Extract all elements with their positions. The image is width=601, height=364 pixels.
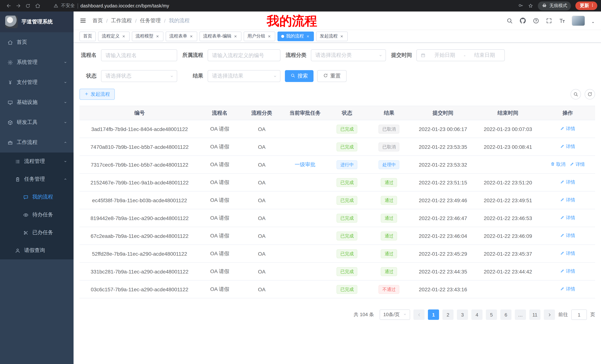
avatar-caret-icon[interactable] xyxy=(591,20,595,25)
sidebar-item-leave-query[interactable]: 请假查询 xyxy=(0,241,74,259)
detail-link[interactable]: 详情 xyxy=(560,250,575,257)
result-tag: 通过 xyxy=(381,213,397,222)
key-icon[interactable] xyxy=(518,3,523,9)
sidebar-item-devtools[interactable]: 研发工具 xyxy=(0,112,74,133)
header-search-icon[interactable] xyxy=(506,17,513,24)
prev-page-button[interactable] xyxy=(413,309,425,320)
tab-0[interactable]: 首页 xyxy=(80,31,96,41)
tab-close-icon[interactable] xyxy=(121,34,126,38)
sidebar-item-payment[interactable]: 支付管理 xyxy=(0,72,74,92)
cell-current-task xyxy=(284,280,326,298)
help-icon[interactable] xyxy=(533,17,539,24)
user-avatar[interactable] xyxy=(572,16,585,25)
font-size-icon[interactable] xyxy=(559,17,566,24)
github-icon[interactable] xyxy=(519,17,526,24)
gear-icon xyxy=(7,59,13,65)
sidebar-item-system[interactable]: 系统管理 xyxy=(0,52,74,72)
filter-category-select[interactable]: 请选择流程分类 xyxy=(311,49,386,61)
detail-link[interactable]: 详情 xyxy=(560,179,575,185)
detail-link[interactable]: 详情 xyxy=(560,268,575,275)
sidebar-item-infrastructure[interactable]: 基础设施 xyxy=(0,92,74,112)
detail-link[interactable]: 详情 xyxy=(560,233,575,239)
goto-page-input[interactable] xyxy=(571,309,587,320)
tab-6[interactable]: 我的流程 xyxy=(278,31,314,41)
sidebar-item-done-task[interactable]: 已办任务 xyxy=(0,224,74,241)
toggle-search-button[interactable] xyxy=(571,89,581,99)
tab-3[interactable]: 流程表单 xyxy=(166,31,197,41)
page-size-select[interactable]: 10条/页 xyxy=(380,309,410,320)
page-button-1[interactable]: 1 xyxy=(428,309,439,320)
cell-end-time: 2022-01-23 00:08:41 xyxy=(475,138,541,156)
menu-dots-icon[interactable] xyxy=(590,3,595,9)
filter-name-input[interactable] xyxy=(101,49,177,61)
cell-result: 处理中 xyxy=(368,156,411,173)
url-text[interactable]: dashboard.yudao.iocoder.cn/bpm/task/my xyxy=(80,3,169,8)
star-icon[interactable] xyxy=(528,3,533,9)
filter-time-range[interactable]: 开始日期 - 结束日期 xyxy=(416,49,505,61)
back-icon[interactable] xyxy=(4,1,13,10)
tab-close-icon[interactable] xyxy=(233,34,238,38)
hamburger-icon[interactable] xyxy=(80,17,87,24)
chevron-down-icon xyxy=(63,60,68,65)
filter-status-select[interactable]: 请选择状态 xyxy=(101,70,177,82)
sidebar-item-label: 我的流程 xyxy=(32,194,53,200)
forward-icon[interactable] xyxy=(13,1,23,10)
breadcrumb-item-1[interactable]: 工作流程 xyxy=(111,17,132,24)
browser-home-icon[interactable] xyxy=(33,1,42,10)
result-tag: 已取消 xyxy=(379,142,400,151)
sidebar-item-todo-task[interactable]: 待办任务 xyxy=(0,206,74,224)
filter-definition-input[interactable] xyxy=(208,49,280,61)
pager-ellipsis[interactable]: … xyxy=(515,309,526,320)
breadcrumb-item-0[interactable]: 首页 xyxy=(92,17,103,24)
tab-close-icon[interactable] xyxy=(306,34,310,38)
tab-2[interactable]: 流程模型 xyxy=(132,31,163,41)
tab-close-icon[interactable] xyxy=(189,34,193,38)
tab-close-icon[interactable] xyxy=(340,34,344,38)
filter-result-label: 结果 xyxy=(182,73,208,79)
current-task-link[interactable]: 一级审批 xyxy=(295,161,315,167)
cell-category: OA xyxy=(240,191,284,209)
detail-link[interactable]: 详情 xyxy=(560,197,575,203)
reset-button[interactable]: 重置 xyxy=(317,70,347,82)
cell-submit-time: 2022-01-22 23:44:35 xyxy=(411,262,475,280)
page-button-11[interactable]: 11 xyxy=(529,309,541,320)
page-button-3[interactable]: 3 xyxy=(457,309,468,320)
filter-result-select[interactable]: 请选择流结果 xyxy=(208,70,280,82)
cell-status: 已完成 xyxy=(327,173,368,191)
next-page-button[interactable] xyxy=(544,309,555,320)
sidebar-item-task-mgmt[interactable]: 任务管理 xyxy=(0,170,74,188)
sidebar-item-my-process[interactable]: 我的流程 xyxy=(0,188,74,206)
reload-icon[interactable] xyxy=(23,1,33,10)
cell-name: OA 请假 xyxy=(200,120,240,138)
tab-close-icon[interactable] xyxy=(267,34,271,38)
detail-link[interactable]: 详情 xyxy=(560,215,575,221)
page-button-6[interactable]: 6 xyxy=(500,309,511,320)
page-button-5[interactable]: 5 xyxy=(486,309,497,320)
app-logo[interactable]: 芋道管理系统 xyxy=(0,11,74,32)
detail-link[interactable]: 详情 xyxy=(560,144,575,150)
tab-close-icon[interactable] xyxy=(155,34,160,38)
fullscreen-icon[interactable] xyxy=(546,17,552,24)
tab-7[interactable]: 发起流程 xyxy=(316,31,348,41)
sidebar-item-home[interactable]: 首页 xyxy=(0,32,74,52)
breadcrumb-item-2[interactable]: 任务管理 xyxy=(140,17,161,24)
detail-link[interactable]: 详情 xyxy=(570,161,585,168)
goto-suffix: 页 xyxy=(590,311,595,318)
cell-status: 已完成 xyxy=(327,262,368,280)
sidebar-item-process-mgmt[interactable]: 流程管理 xyxy=(0,153,74,170)
page-button-2[interactable]: 2 xyxy=(442,309,453,320)
cancel-link[interactable]: 取消 xyxy=(551,161,566,168)
refresh-table-button[interactable] xyxy=(585,89,595,99)
sidebar-item-workflow[interactable]: 工作流程 xyxy=(0,133,74,153)
search-button[interactable]: 搜索 xyxy=(285,70,313,82)
update-button[interactable]: 更新 xyxy=(575,1,597,10)
tab-4[interactable]: 流程表单-编辑 xyxy=(200,31,241,41)
detail-link[interactable]: 详情 xyxy=(560,286,575,292)
detail-link[interactable]: 详情 xyxy=(560,126,575,132)
create-process-button[interactable]: 发起流程 xyxy=(80,89,115,100)
tab-1[interactable]: 流程定义 xyxy=(98,31,130,41)
tab-5[interactable]: 用户分组 xyxy=(244,31,275,41)
page-button-4[interactable]: 4 xyxy=(471,309,482,320)
cell-end-time: 2022-01-23 00:07:03 xyxy=(475,120,541,138)
address-bar[interactable]: 不安全 dashboard.yudao.iocoder.cn/bpm/task/… xyxy=(53,3,169,9)
